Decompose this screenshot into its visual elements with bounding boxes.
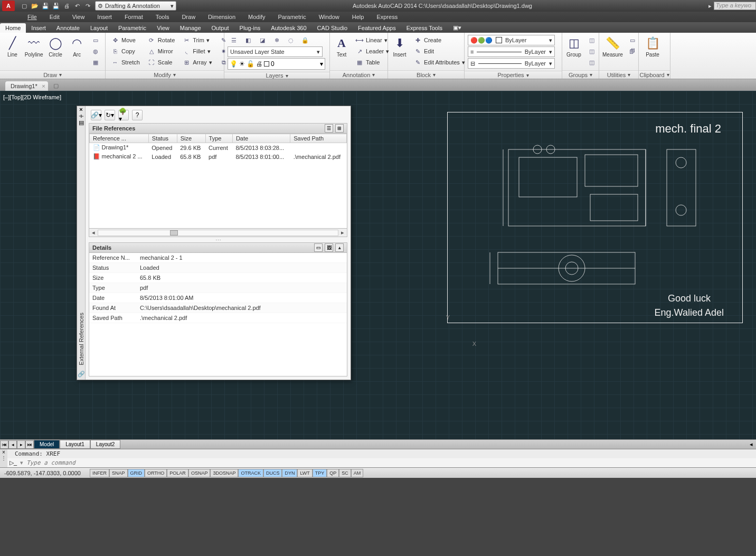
col-type[interactable]: Type <box>205 134 232 143</box>
tab-featured[interactable]: Featured Apps <box>353 23 401 33</box>
tab-cadstudio[interactable]: CAD Studio <box>312 23 353 33</box>
table-button[interactable]: ▦Table <box>353 57 391 68</box>
pdf-underlay[interactable]: mech. final 2 Good luck Eng.Walied Adel <box>447 112 743 323</box>
ribbon-collapse-icon[interactable]: ▣▾ <box>448 23 467 33</box>
status-grid[interactable]: GRID <box>128 469 145 477</box>
ungroup-button[interactable]: ◫ <box>585 35 598 45</box>
laymatch-button[interactable]: ◧ <box>242 35 254 45</box>
array-button[interactable]: ⊞Array ▾ <box>180 57 214 68</box>
tree-view-icon[interactable]: ⊞ <box>335 124 344 133</box>
scroll-left-icon[interactable]: ◂ <box>750 441 756 448</box>
tab-parametric[interactable]: Parametric <box>113 23 152 33</box>
insert-button[interactable]: ⬇Insert <box>391 35 408 58</box>
menu-format[interactable]: Format <box>118 13 149 21</box>
palette-sidebar[interactable]: × ⟛ ▤ External References 🔗 <box>77 106 86 380</box>
status-snap[interactable]: SNAP <box>109 469 128 477</box>
status-qp[interactable]: QP <box>327 469 339 477</box>
col-date[interactable]: Date <box>232 134 290 143</box>
tab-insert[interactable]: Insert <box>26 23 51 33</box>
status-osnap[interactable]: OSNAP <box>188 469 211 477</box>
next-icon[interactable]: ▸ <box>17 440 25 449</box>
status-ducs[interactable]: DUCS <box>263 469 282 477</box>
tab-model[interactable]: Model <box>34 440 60 449</box>
scroll-thumb[interactable] <box>170 230 178 235</box>
status-otrack[interactable]: OTRACK <box>238 469 263 477</box>
panel-title-block[interactable]: Block ▾ <box>388 70 464 79</box>
circle-button[interactable]: ◯Circle <box>46 35 65 58</box>
refresh-button[interactable]: ↻▾ <box>105 110 115 120</box>
tab-view[interactable]: View <box>152 23 175 33</box>
layiso-button[interactable]: ◪ <box>256 35 269 45</box>
menu-file[interactable]: File <box>21 13 43 21</box>
linetype-dropdown[interactable]: ⊟ByLayer▾ <box>468 58 555 69</box>
arc-button[interactable]: ◠Arc <box>68 35 86 58</box>
status-am[interactable]: AM <box>351 469 364 477</box>
help-search[interactable]: Type a keywo <box>714 2 756 10</box>
tab-expresstools[interactable]: Express Tools <box>401 23 448 33</box>
scroll-right-icon[interactable]: ▸ <box>338 229 347 236</box>
quickcalc-button[interactable]: 🗐 <box>626 46 639 56</box>
tab-annotate[interactable]: Annotate <box>51 23 85 33</box>
menu-view[interactable]: View <box>66 13 91 21</box>
viewport-label[interactable]: [–][Top][2D Wireframe] <box>3 94 61 100</box>
new-icon[interactable]: ▢ <box>20 2 29 10</box>
col-path[interactable]: Saved Path <box>290 134 347 143</box>
group-button[interactable]: ◫Group <box>565 35 582 58</box>
app-logo[interactable]: A <box>2 1 15 11</box>
layer-state-dropdown[interactable]: Unsaved Layer State▾ <box>228 46 323 57</box>
coordinates[interactable]: -609.5879, -147.0303, 0.0000 <box>0 470 90 476</box>
table-row[interactable]: 📄 Drawing1* Opened 29.6 KB Current 8/5/2… <box>90 143 347 153</box>
hatch-button[interactable]: ▦ <box>89 57 102 68</box>
last-icon[interactable]: ⏭ <box>25 440 34 449</box>
create-button[interactable]: ✚Create <box>411 35 467 45</box>
tab-layout2[interactable]: Layout2 <box>90 440 121 449</box>
layprop-button[interactable]: ☰ <box>228 35 240 45</box>
pin-icon[interactable]: ⟛ <box>79 112 84 119</box>
panel-title-utilities[interactable]: Utilities ▾ <box>599 70 638 79</box>
text-button[interactable]: AText <box>333 35 350 58</box>
tab-layout1[interactable]: Layout1 <box>60 440 90 449</box>
horizontal-scrollbar[interactable]: ◂ ▸ <box>89 229 347 237</box>
menu-insert[interactable]: Insert <box>91 13 118 21</box>
tab-a360[interactable]: Autodesk 360 <box>266 23 311 33</box>
menu-parametric[interactable]: Parametric <box>271 13 312 21</box>
scroll-track[interactable] <box>98 230 338 236</box>
ellipse-button[interactable]: ◍ <box>89 46 102 56</box>
select-button[interactable]: ▭ <box>626 35 639 45</box>
detail-row[interactable]: Size65.8 KB <box>89 273 347 283</box>
status-dyn[interactable]: DYN <box>282 469 297 477</box>
menu-window[interactable]: Window <box>313 13 346 21</box>
detail-row[interactable]: Saved Path.\mechanical 2.pdf <box>89 313 347 323</box>
save-icon[interactable]: 💾 <box>41 2 50 10</box>
detail-row[interactable]: Typepdf <box>89 283 347 293</box>
panel-title-modify[interactable]: Modify ▾ <box>106 70 224 79</box>
menu-help[interactable]: Help <box>346 13 371 21</box>
panel-title-properties[interactable]: Properties ▾ <box>465 71 562 79</box>
layer-dropdown[interactable]: 💡 ☀ 🔓 🖨 0 ▾ <box>228 58 325 70</box>
menu-express[interactable]: Express <box>370 13 404 21</box>
table-row[interactable]: 📕 mechanical 2 ... Loaded 65.8 KB pdf 8/… <box>90 152 347 161</box>
col-size[interactable]: Size <box>177 134 205 143</box>
menu-dimension[interactable]: Dimension <box>202 13 242 21</box>
tab-plugins[interactable]: Plug-ins <box>234 23 266 33</box>
layoff-button[interactable]: ◌ <box>285 35 297 45</box>
color-dropdown[interactable]: 🔴🟢🔵ByLayer▾ <box>468 35 555 45</box>
status-tpy[interactable]: TPY <box>313 469 327 477</box>
menu-icon[interactable]: ▤ <box>79 119 84 126</box>
detail-row[interactable]: StatusLoaded <box>89 263 347 273</box>
panel-title-groups[interactable]: Groups ▾ <box>562 70 599 79</box>
groupbb-button[interactable]: ◫ <box>585 57 598 68</box>
status-polar[interactable]: POLAR <box>167 469 188 477</box>
linear-button[interactable]: ⟷Linear ▾ <box>353 35 391 45</box>
tab-output[interactable]: Output <box>206 23 234 33</box>
lineweight-dropdown[interactable]: ≡ByLayer▾ <box>468 46 555 57</box>
tab-home[interactable]: Home <box>0 23 26 33</box>
scroll-left-icon[interactable]: ◂ <box>89 229 98 236</box>
menu-edit[interactable]: Edit <box>43 13 66 21</box>
measure-button[interactable]: 📏Measure <box>602 35 623 58</box>
panel-title-draw[interactable]: Draw ▾ <box>0 70 105 79</box>
redo-icon[interactable]: ↷ <box>83 2 92 10</box>
panel-title-layers[interactable]: Layers ▾ <box>224 72 329 79</box>
menu-tools[interactable]: Tools <box>149 13 176 21</box>
preview-icon[interactable]: 🖼 <box>325 243 333 252</box>
